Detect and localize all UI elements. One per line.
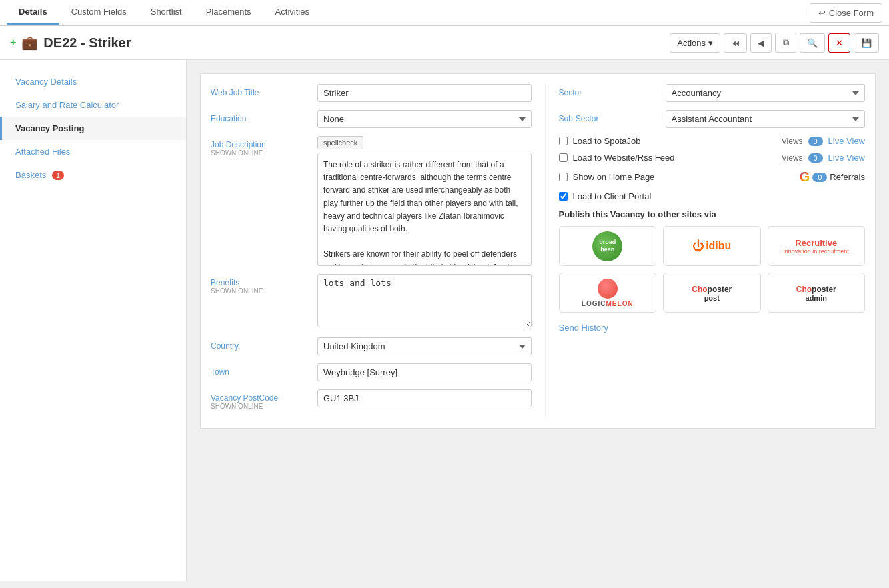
sector-label: Sector xyxy=(559,84,666,97)
send-history-link[interactable]: Send History xyxy=(559,323,608,333)
spellcheck-button[interactable]: spellcheck xyxy=(317,136,363,149)
nav-copy-button[interactable]: ⧉ xyxy=(775,33,796,53)
publisher-logos-grid: broadbean ⏻ idibu xyxy=(559,226,866,313)
education-label: Education xyxy=(211,110,317,123)
homepage-row: Show on Home Page G 0 Referrals xyxy=(559,169,866,185)
broadbean-text: broadbean xyxy=(599,239,616,253)
nav-first-button[interactable]: ⏮ xyxy=(724,33,747,53)
actions-chevron-icon: ▾ xyxy=(708,38,713,48)
page-header: + 💼 DE22 - Striker Actions ▾ ⏮ ◀ ⧉ 🔍 ✕ 💾 xyxy=(0,26,889,60)
google-icon: G xyxy=(800,169,810,185)
homepage-label: Show on Home Page xyxy=(573,172,655,182)
tab-custom-fields[interactable]: Custom Fields xyxy=(59,0,139,25)
choposter-post-sub: post xyxy=(692,294,732,302)
add-icon[interactable]: + xyxy=(10,37,16,49)
website-rss-live-view[interactable]: Live View xyxy=(828,153,865,163)
nav-search-button[interactable]: 🔍 xyxy=(800,33,825,53)
town-input[interactable] xyxy=(317,363,532,381)
tab-shortlist[interactable]: Shortlist xyxy=(139,0,194,25)
country-field: Country United Kingdom United States Ger… xyxy=(211,337,532,355)
job-description-label: Job Description SHOWN ONLINE xyxy=(211,136,317,157)
sidebar-item-baskets[interactable]: Baskets 1 xyxy=(0,163,186,187)
country-label: Country xyxy=(211,337,317,351)
website-rss-views-badge: 0 xyxy=(808,153,823,163)
recruitive-logo-button[interactable]: Recruitive innovation in recruitment xyxy=(768,226,866,266)
tab-details[interactable]: Details xyxy=(7,0,59,25)
sidebar-item-attached-files[interactable]: Attached Files xyxy=(0,140,186,163)
web-job-title-label: Web Job Title xyxy=(211,84,317,97)
education-select[interactable]: None GCSE A Level Degree xyxy=(317,110,532,128)
idibu-logo-button[interactable]: ⏻ idibu xyxy=(663,226,761,266)
choposter-admin-logo-button[interactable]: Choposter admin xyxy=(768,273,866,313)
spotajob-checkbox[interactable] xyxy=(559,137,568,145)
spotajob-live-view[interactable]: Live View xyxy=(828,136,865,146)
sidebar-item-vacancy-posting[interactable]: Vacancy Posting xyxy=(0,117,186,140)
choposter-admin-sub: admin xyxy=(796,294,836,302)
subsector-field: Sub-Sector Assistant Accountant Senior A… xyxy=(559,110,866,128)
town-field: Town xyxy=(211,363,532,381)
main-content: Web Job Title Education None GCSE A Leve… xyxy=(187,60,889,581)
website-rss-checkbox[interactable] xyxy=(559,153,568,162)
spotajob-label: Load to SpotaJob xyxy=(573,136,641,146)
baskets-badge: 1 xyxy=(52,171,64,180)
postcode-label: Vacancy PostCode SHOWN ONLINE xyxy=(211,389,317,410)
form-right-column: Sector Accountancy IT Finance Sub-Sector xyxy=(545,84,866,418)
logicmelon-text: LOGICMELON xyxy=(582,300,634,307)
form-left-column: Web Job Title Education None GCSE A Leve… xyxy=(211,84,532,418)
nav-save-button[interactable]: 💾 xyxy=(854,33,879,53)
benefits-textarea[interactable]: lots and lots xyxy=(317,274,532,327)
subsector-select[interactable]: Assistant Accountant Senior Accountant xyxy=(666,110,866,128)
broadbean-logo-button[interactable]: broadbean xyxy=(559,226,657,266)
education-field: Education None GCSE A Level Degree xyxy=(211,110,532,128)
client-portal-label: Load to Client Portal xyxy=(573,191,652,201)
web-job-title-field: Web Job Title xyxy=(211,84,532,102)
sidebar-item-salary-calculator[interactable]: Salary and Rate Calculator xyxy=(0,93,186,117)
client-portal-checkbox[interactable] xyxy=(559,192,568,201)
job-description-text: The role of a striker is rather differen… xyxy=(317,153,532,266)
publish-other-title: Publish this Vacancy to other sites via xyxy=(559,209,866,219)
homepage-checkbox[interactable] xyxy=(559,173,568,181)
subsector-label: Sub-Sector xyxy=(559,110,666,123)
website-rss-label: Load to Website/Rss Feed xyxy=(573,153,675,163)
views-label-1: Views xyxy=(782,137,803,146)
views-label-2: Views xyxy=(782,153,803,163)
country-select[interactable]: United Kingdom United States Germany xyxy=(317,337,532,355)
logicmelon-logo-button[interactable]: LOGICMELON xyxy=(559,273,657,313)
spotajob-views-badge: 0 xyxy=(808,137,823,146)
choposter-post-text: Choposter xyxy=(692,285,732,294)
idibu-text: idibu xyxy=(706,240,731,252)
nav-close-button[interactable]: ✕ xyxy=(828,33,850,53)
spotajob-row: Load to SpotaJob Views 0 Live View xyxy=(559,136,866,146)
tab-placements[interactable]: Placements xyxy=(194,0,263,25)
main-layout: Vacancy Details Salary and Rate Calculat… xyxy=(0,60,889,581)
briefcase-icon: 💼 xyxy=(21,35,38,51)
postcode-input[interactable] xyxy=(317,389,532,407)
benefits-field: Benefits SHOWN ONLINE lots and lots xyxy=(211,274,532,329)
choposter-post-logo-button[interactable]: Choposter post xyxy=(663,273,761,313)
page-title: DE22 - Striker xyxy=(43,35,131,51)
title-area: + 💼 DE22 - Striker xyxy=(10,35,131,51)
sidebar-item-vacancy-details[interactable]: Vacancy Details xyxy=(0,70,186,93)
tab-list: Details Custom Fields Shortlist Placemen… xyxy=(7,0,321,25)
top-tab-bar: Details Custom Fields Shortlist Placemen… xyxy=(0,0,889,26)
town-label: Town xyxy=(211,363,317,377)
benefits-label: Benefits SHOWN ONLINE xyxy=(211,274,317,295)
recruitive-text: Recruitive xyxy=(795,238,837,248)
web-job-title-input[interactable] xyxy=(317,84,532,102)
actions-button[interactable]: Actions ▾ xyxy=(670,33,720,53)
header-actions: Actions ▾ ⏮ ◀ ⧉ 🔍 ✕ 💾 xyxy=(670,33,879,53)
google-referrals-label: Referrals xyxy=(830,172,865,182)
publishing-section: Load to SpotaJob Views 0 Live View Load … xyxy=(559,136,866,333)
website-rss-row: Load to Website/Rss Feed Views 0 Live Vi… xyxy=(559,153,866,163)
google-count-badge: 0 xyxy=(812,173,827,182)
sidebar: Vacancy Details Salary and Rate Calculat… xyxy=(0,60,187,581)
nav-prev-button[interactable]: ◀ xyxy=(750,33,772,53)
postcode-field: Vacancy PostCode SHOWN ONLINE xyxy=(211,389,532,410)
choposter-admin-text: Choposter xyxy=(796,285,836,294)
sector-select[interactable]: Accountancy IT Finance xyxy=(666,84,866,102)
close-form-button[interactable]: ↩ Close Form xyxy=(810,3,882,23)
tab-activities[interactable]: Activities xyxy=(263,0,321,25)
close-form-icon: ↩ xyxy=(818,8,826,18)
idibu-power-icon: ⏻ xyxy=(692,239,704,253)
client-portal-row: Load to Client Portal xyxy=(559,191,866,201)
